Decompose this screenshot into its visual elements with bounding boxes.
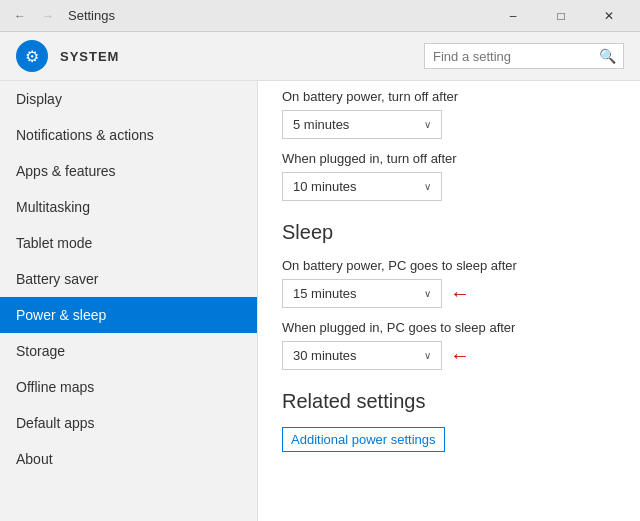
chevron-down-icon: ∨ [424, 119, 431, 130]
additional-power-settings-link[interactable]: Additional power settings [282, 427, 445, 452]
sleep-plugged-dropdown-row: 30 minutes ∨ ← [282, 341, 616, 370]
title-bar-controls: – □ ✕ [490, 0, 632, 32]
app-header: ⚙ SYSTEM 🔍 [0, 32, 640, 81]
search-input[interactable] [433, 49, 593, 64]
sleep-battery-label: On battery power, PC goes to sleep after [282, 258, 616, 273]
sidebar-item-default[interactable]: Default apps [0, 405, 257, 441]
title-bar: ← → Settings – □ ✕ [0, 0, 640, 32]
sleep-plugged-row: When plugged in, PC goes to sleep after … [282, 320, 616, 370]
search-icon: 🔍 [599, 48, 616, 64]
sidebar-item-multitasking[interactable]: Multitasking [0, 189, 257, 225]
sidebar-item-label: Offline maps [16, 379, 94, 395]
window-title: Settings [68, 8, 115, 23]
content-area: Display Notifications & actions Apps & f… [0, 81, 640, 521]
sidebar-item-label: Apps & features [16, 163, 116, 179]
sidebar-item-label: Power & sleep [16, 307, 106, 323]
app-title: SYSTEM [60, 49, 412, 64]
maximize-button[interactable]: □ [538, 0, 584, 32]
sidebar-item-notifications[interactable]: Notifications & actions [0, 117, 257, 153]
forward-button[interactable]: → [36, 4, 60, 28]
sidebar-item-label: Storage [16, 343, 65, 359]
back-button[interactable]: ← [8, 4, 32, 28]
sidebar-item-label: Default apps [16, 415, 95, 431]
minimize-button[interactable]: – [490, 0, 536, 32]
chevron-down-icon: ∨ [424, 350, 431, 361]
chevron-down-icon: ∨ [424, 288, 431, 299]
sidebar: Display Notifications & actions Apps & f… [0, 81, 258, 521]
sleep-battery-dropdown-row: 15 minutes ∨ ← [282, 279, 616, 308]
sidebar-item-storage[interactable]: Storage [0, 333, 257, 369]
sidebar-item-tablet[interactable]: Tablet mode [0, 225, 257, 261]
main-panel: On battery power, turn off after 5 minut… [258, 81, 640, 521]
sidebar-item-offline[interactable]: Offline maps [0, 369, 257, 405]
sidebar-item-label: Display [16, 91, 62, 107]
screen-section: On battery power, turn off after 5 minut… [282, 81, 616, 452]
screen-off-battery-dropdown-row: 5 minutes ∨ [282, 110, 616, 139]
sidebar-item-label: Battery saver [16, 271, 98, 287]
screen-off-plugged-dropdown[interactable]: 10 minutes ∨ [282, 172, 442, 201]
sleep-battery-row: On battery power, PC goes to sleep after… [282, 258, 616, 308]
arrow-annotation-battery: ← [450, 282, 470, 305]
sleep-plugged-value: 30 minutes [293, 348, 357, 363]
sidebar-item-about[interactable]: About [0, 441, 257, 477]
app-window: ⚙ SYSTEM 🔍 Display Notifications & actio… [0, 32, 640, 521]
screen-off-plugged-dropdown-row: 10 minutes ∨ [282, 172, 616, 201]
screen-off-plugged-value: 10 minutes [293, 179, 357, 194]
screen-off-battery-row: On battery power, turn off after 5 minut… [282, 89, 616, 139]
search-box[interactable]: 🔍 [424, 43, 624, 69]
sidebar-item-power[interactable]: Power & sleep [0, 297, 257, 333]
screen-off-battery-label: On battery power, turn off after [282, 89, 616, 104]
screen-off-battery-dropdown[interactable]: 5 minutes ∨ [282, 110, 442, 139]
settings-gear-icon: ⚙ [16, 40, 48, 72]
close-button[interactable]: ✕ [586, 0, 632, 32]
sidebar-item-display[interactable]: Display [0, 81, 257, 117]
sidebar-item-apps[interactable]: Apps & features [0, 153, 257, 189]
sleep-battery-dropdown[interactable]: 15 minutes ∨ [282, 279, 442, 308]
chevron-down-icon: ∨ [424, 181, 431, 192]
sleep-plugged-dropdown[interactable]: 30 minutes ∨ [282, 341, 442, 370]
sidebar-item-battery[interactable]: Battery saver [0, 261, 257, 297]
sleep-section-title: Sleep [282, 221, 616, 244]
sidebar-item-label: Notifications & actions [16, 127, 154, 143]
screen-off-battery-value: 5 minutes [293, 117, 349, 132]
related-section-title: Related settings [282, 390, 616, 413]
arrow-annotation-plugged: ← [450, 344, 470, 367]
screen-off-plugged-label: When plugged in, turn off after [282, 151, 616, 166]
sleep-battery-value: 15 minutes [293, 286, 357, 301]
title-bar-left: ← → Settings [8, 4, 115, 28]
sidebar-item-label: About [16, 451, 53, 467]
sleep-plugged-label: When plugged in, PC goes to sleep after [282, 320, 616, 335]
screen-off-plugged-row: When plugged in, turn off after 10 minut… [282, 151, 616, 201]
sidebar-item-label: Multitasking [16, 199, 90, 215]
sidebar-item-label: Tablet mode [16, 235, 92, 251]
title-bar-nav: ← → [8, 4, 60, 28]
